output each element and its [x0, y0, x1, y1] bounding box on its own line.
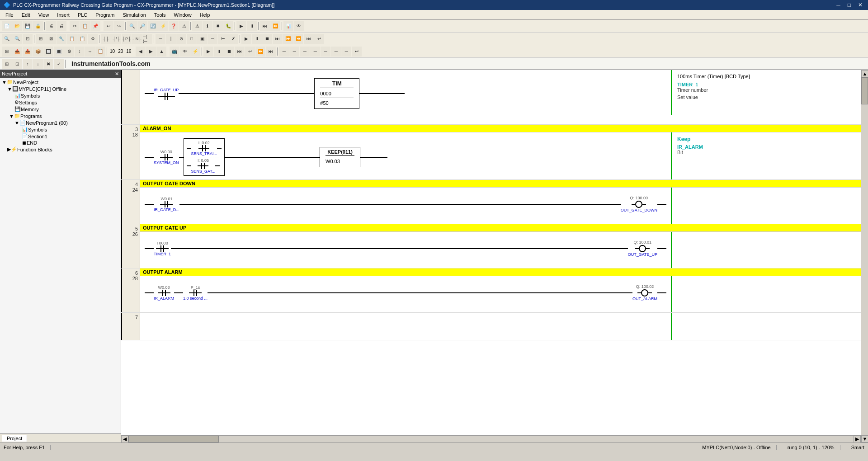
tb2-hline[interactable]: ─ [156, 34, 165, 44]
tb3-b8[interactable]: ↕ [75, 47, 85, 56]
tb2-l1[interactable]: ⊣ [208, 34, 217, 44]
tb-redo[interactable]: ↪ [114, 21, 124, 31]
menu-tools[interactable]: Tools [151, 11, 170, 19]
tree-node-section1[interactable]: 📄 Section1 [1, 133, 120, 140]
tb-undo[interactable]: ↩ [104, 21, 113, 31]
tb2-m4[interactable]: ⏭ [273, 34, 283, 44]
tb2-box2[interactable]: ▣ [197, 34, 207, 44]
v-scroll-track[interactable] [861, 77, 868, 435]
tb3-b1[interactable]: ⊞ [2, 47, 12, 56]
tb-print2[interactable]: 🖨 [57, 21, 66, 31]
tb2-x[interactable]: ✗ [228, 34, 238, 44]
tb-dbg[interactable]: 🐛 [223, 21, 233, 31]
tb2-b3[interactable]: 📋 [77, 34, 87, 44]
tb-replace[interactable]: 🔄 [148, 21, 158, 31]
tb2-b4[interactable]: ⚙ [88, 34, 98, 44]
tb4-b5[interactable]: ✖ [43, 59, 53, 69]
tb2-grid[interactable]: ⊞ [36, 34, 46, 44]
scroll-down-btn[interactable]: ▼ [861, 435, 868, 442]
tb3-b7[interactable]: ⚙ [64, 47, 74, 56]
scroll-up-btn[interactable]: ▲ [861, 70, 868, 77]
tb3-fwd[interactable]: ⏩ [255, 47, 265, 56]
tb3-b10[interactable]: 📋 [95, 47, 105, 56]
tb4-b4[interactable]: ↓ [33, 59, 43, 69]
tb2-zoom-out[interactable]: 🔍 [12, 34, 22, 44]
tb2-m6[interactable]: ⏪ [293, 34, 303, 44]
tb2-snap[interactable]: ⊠ [46, 34, 56, 44]
tb3-arr-right[interactable]: ▶ [146, 47, 156, 56]
tb2-coil-out[interactable]: ─( )─ [142, 34, 152, 44]
tree-node-funcblocks[interactable]: ▶ ⚡ Function Blocks [1, 146, 120, 153]
tb-print[interactable]: 🖨 [46, 21, 56, 31]
tb2-vline[interactable]: | [166, 34, 176, 44]
tb3-b3[interactable]: 📤 [23, 47, 33, 56]
tb3-x5[interactable]: ─ [321, 47, 330, 56]
tb-b2[interactable]: ❓ [169, 21, 179, 31]
diagram-scroll[interactable]: IR_GATE_UP [121, 70, 861, 435]
tb3-end2[interactable]: ⏭ [266, 47, 276, 56]
h-scrollbar[interactable]: ◀ ▶ [121, 435, 861, 442]
tree-node-programs[interactable]: ▼ 📁 Programs [1, 113, 120, 119]
tb3-x2[interactable]: ─ [289, 47, 299, 56]
tb2-zoom-in[interactable]: 🔍 [2, 34, 12, 44]
tb4-b3[interactable]: ↑ [23, 59, 33, 69]
tb2-contact-no[interactable]: ┤├ [101, 34, 111, 44]
tb3-x7[interactable]: ─ [341, 47, 351, 56]
menu-program[interactable]: Program [92, 11, 118, 19]
tb2-contact-p[interactable]: ┤P├ [122, 34, 132, 44]
tb2-contact-n[interactable]: ┤N├ [132, 34, 142, 44]
tb-info[interactable]: ℹ [203, 21, 212, 31]
tree-node-memory[interactable]: 💾 Memory [1, 106, 120, 113]
tb3-b4[interactable]: 📦 [33, 47, 43, 56]
tb3-arr-up[interactable]: ▲ [156, 47, 166, 56]
tb3-b5[interactable]: 🔲 [43, 47, 53, 56]
tb3-x8[interactable]: ↩ [352, 47, 362, 56]
tb3-run2[interactable]: ▶ [203, 47, 213, 56]
tb2-del[interactable]: ⊘ [176, 34, 186, 44]
tb-open[interactable]: 📂 [12, 21, 22, 31]
tb-run[interactable]: ▶ [236, 21, 246, 31]
tb2-contact-nc[interactable]: ┤/├ [111, 34, 121, 44]
tb3-prev[interactable]: ⏮ [235, 47, 245, 56]
tb-save[interactable]: 💾 [23, 21, 33, 31]
left-panel-close[interactable]: ✕ [115, 71, 119, 77]
scroll-track[interactable] [128, 436, 854, 442]
tree-node-symbols2[interactable]: 📊 Symbols [1, 126, 120, 133]
tb3-arr-left[interactable]: ◀ [136, 47, 146, 56]
tb-warn[interactable]: ⚠ [192, 21, 202, 31]
tb-watch[interactable]: 👁 [294, 21, 304, 31]
minimize-button[interactable]: ─ [835, 2, 842, 8]
tb-save2[interactable]: 🔒 [33, 21, 43, 31]
tb-step[interactable]: ⏭ [260, 21, 270, 31]
tb-find[interactable]: 🔍 [127, 21, 137, 31]
tb-cut[interactable]: ✂ [70, 21, 80, 31]
tree-node-settings[interactable]: ⚙ Settings [1, 99, 120, 106]
maximize-button[interactable]: □ [846, 2, 853, 8]
tb2-box[interactable]: □ [187, 34, 197, 44]
tb3-b6[interactable]: 🔳 [54, 47, 64, 56]
tb3-b2[interactable]: 📥 [12, 47, 22, 56]
scroll-thumb[interactable] [128, 436, 219, 442]
tb3-x4[interactable]: ─ [310, 47, 320, 56]
tb3-x1[interactable]: ─ [279, 47, 289, 56]
v-scrollbar[interactable]: ▲ ▼ [861, 70, 868, 442]
tb2-zoom-full[interactable]: ⊡ [23, 34, 33, 44]
tb-copy[interactable]: 📋 [80, 21, 90, 31]
tb3-x6[interactable]: ─ [331, 47, 341, 56]
tb3-pause2[interactable]: ⏸ [214, 47, 224, 56]
menu-simulation[interactable]: Simulation [119, 11, 149, 19]
tb-paste[interactable]: 📌 [90, 21, 100, 31]
tree-node-end[interactable]: ⏹ END [1, 140, 120, 146]
tb-step2[interactable]: ⏩ [270, 21, 280, 31]
tb3-x3[interactable]: ─ [300, 47, 310, 56]
tb-new[interactable]: 📄 [2, 21, 12, 31]
tree-node-newproject[interactable]: ▼ 📁 NewProject [1, 79, 120, 85]
tb2-m1[interactable]: ▶ [241, 34, 251, 44]
menu-help[interactable]: Help [196, 11, 214, 19]
tb2-m3[interactable]: ⏹ [262, 34, 272, 44]
menu-edit[interactable]: Edit [18, 11, 34, 19]
tb4-b2[interactable]: ⊡ [12, 59, 22, 69]
tb-b3[interactable]: ⚠ [179, 21, 189, 31]
tb2-m2[interactable]: ⏸ [252, 34, 262, 44]
tb-err[interactable]: ✖ [213, 21, 223, 31]
